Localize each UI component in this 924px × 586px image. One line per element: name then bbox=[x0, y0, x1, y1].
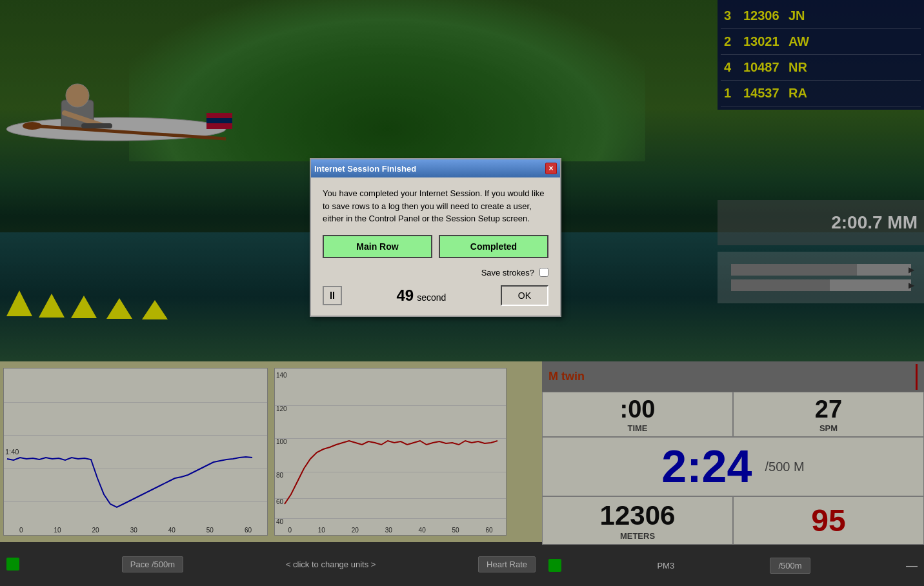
counter-label: second bbox=[417, 292, 446, 303]
dialog-title: Internet Session Finished bbox=[314, 164, 416, 174]
countdown-counter: 49 second bbox=[396, 287, 446, 305]
dialog-close-button[interactable]: × bbox=[545, 163, 557, 174]
dialog-overlay: Internet Session Finished × You have com… bbox=[0, 0, 924, 586]
dialog-titlebar: Internet Session Finished × bbox=[311, 159, 560, 177]
dialog-bottom-row: ⏸ 49 second OK bbox=[323, 285, 548, 306]
main-row-button[interactable]: Main Row bbox=[323, 235, 432, 258]
save-strokes-row: Save strokes? bbox=[323, 268, 548, 278]
save-strokes-checkbox[interactable] bbox=[539, 268, 548, 277]
counter-number: 49 bbox=[396, 287, 414, 305]
pause-button[interactable]: ⏸ bbox=[323, 286, 342, 305]
completed-button[interactable]: Completed bbox=[439, 235, 548, 258]
dialog-message: You have completed your Internet Session… bbox=[323, 187, 548, 225]
dialog-action-buttons: Main Row Completed bbox=[323, 235, 548, 258]
internet-session-dialog: Internet Session Finished × You have com… bbox=[310, 158, 561, 317]
ok-button[interactable]: OK bbox=[501, 285, 548, 306]
pause-icon: ⏸ bbox=[327, 290, 337, 301]
save-strokes-label: Save strokes? bbox=[481, 268, 534, 278]
dialog-body: You have completed your Internet Session… bbox=[311, 177, 560, 316]
